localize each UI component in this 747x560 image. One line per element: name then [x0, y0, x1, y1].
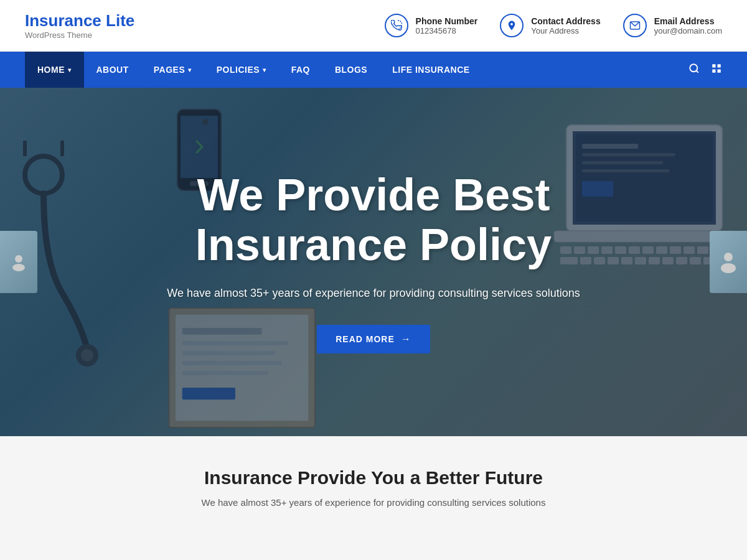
slide-thumb-right[interactable]: [710, 231, 747, 293]
nav-faq[interactable]: FAQ: [279, 52, 322, 88]
nav-home[interactable]: HOME ▾: [25, 52, 84, 88]
read-more-arrow: →: [401, 334, 411, 345]
nav-policies[interactable]: POLICIES ▾: [204, 52, 279, 88]
location-icon: [500, 14, 524, 37]
logo-subtitle: WordPress Theme: [25, 30, 134, 40]
svg-point-58: [12, 264, 25, 271]
address-info: Contact Address Your Address: [531, 16, 601, 35]
email-info: Email Address your@domain.com: [654, 16, 722, 35]
svg-point-59: [724, 253, 733, 261]
svg-rect-4: [718, 64, 721, 67]
hero-subtitle: We have almost 35+ years of experience f…: [167, 284, 580, 302]
phone-info: Phone Number 012345678: [416, 16, 478, 35]
email-value: your@domain.com: [654, 26, 722, 35]
phone-icon: [385, 14, 408, 37]
svg-rect-3: [712, 64, 715, 67]
read-more-button[interactable]: READ MORE →: [317, 325, 430, 353]
svg-rect-6: [718, 69, 721, 72]
nav-pages[interactable]: PAGES ▾: [141, 52, 204, 88]
phone-value: 012345678: [416, 26, 478, 35]
home-arrow: ▾: [68, 67, 72, 73]
hero-title: We Provide Best Insurance Policy: [167, 170, 580, 269]
search-icon[interactable]: [688, 63, 700, 77]
hero-content: We Provide Best Insurance Policy We have…: [154, 170, 593, 353]
svg-point-57: [15, 255, 22, 263]
email-label: Email Address: [654, 16, 722, 26]
contact-items: Phone Number 012345678 Contact Address Y…: [385, 14, 722, 37]
policies-arrow: ▾: [263, 67, 266, 73]
svg-line-2: [696, 70, 698, 72]
address-value: Your Address: [531, 26, 601, 35]
top-bar: Insurance Lite WordPress Theme Phone Num…: [0, 0, 747, 52]
navbar: HOME ▾ ABOUT PAGES ▾ POLICIES ▾ FAQ BLOG…: [0, 52, 747, 88]
email-icon: [623, 14, 647, 37]
logo-title: Insurance Lite: [25, 11, 134, 30]
phone-label: Phone Number: [416, 16, 478, 26]
hero-title-line1: We Provide Best: [167, 170, 580, 220]
pages-arrow: ▾: [188, 67, 192, 73]
bottom-section: Insurance Provide You a Better Future We…: [0, 436, 747, 526]
hero-section: We Provide Best Insurance Policy We have…: [0, 88, 747, 436]
address-label: Contact Address: [531, 16, 601, 26]
slide-thumb-left[interactable]: [0, 231, 37, 293]
logo[interactable]: Insurance Lite WordPress Theme: [25, 11, 134, 40]
svg-point-1: [690, 64, 697, 72]
nav-right-icons: [688, 63, 722, 77]
phone-contact: Phone Number 012345678: [385, 14, 478, 37]
svg-point-60: [721, 263, 736, 273]
bottom-subtitle: We have almost 35+ years of experience f…: [25, 497, 722, 508]
nav-blogs[interactable]: BLOGS: [322, 52, 380, 88]
nav-about[interactable]: ABOUT: [84, 52, 141, 88]
email-contact: Email Address your@domain.com: [623, 14, 722, 37]
read-more-label: READ MORE: [336, 334, 395, 344]
nav-life-insurance[interactable]: LIFE INSURANCE: [380, 52, 482, 88]
grid-icon[interactable]: [711, 63, 722, 77]
bottom-title: Insurance Provide You a Better Future: [25, 467, 722, 488]
svg-rect-5: [712, 69, 715, 72]
nav-items: HOME ▾ ABOUT PAGES ▾ POLICIES ▾ FAQ BLOG…: [25, 52, 688, 88]
hero-title-line2: Insurance Policy: [167, 220, 580, 269]
address-contact: Contact Address Your Address: [500, 14, 601, 37]
